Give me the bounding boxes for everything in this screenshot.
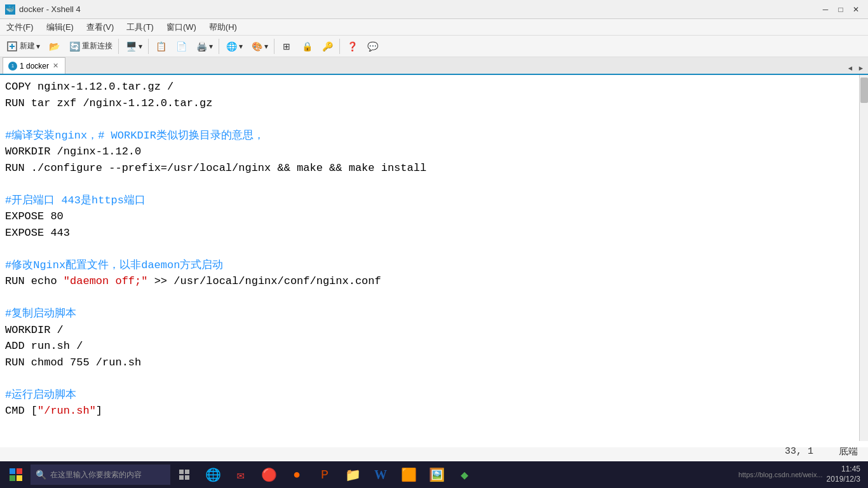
lock-icon: 🔒 [301,40,313,53]
paste-icon: 📄 [175,40,187,53]
tab-nav-left[interactable]: ◄ [846,64,855,74]
new-button[interactable]: 新建 ▾ [3,37,43,55]
line-21: CMD ["/run.sh"] [5,403,857,419]
line-17-text: ADD run.sh / [5,340,83,352]
svg-rect-5 [179,475,184,480]
terminal-content[interactable]: COPY nginx-1.12.0.tar.gz / RUN tar zxf /… [0,75,868,447]
taskbar-search-box[interactable]: 🔍 在这里输入你要搜索的内容 [31,464,170,485]
tab-docker-label: 1 docker [20,62,49,71]
maximize-button[interactable]: □ [834,3,848,17]
info-button[interactable]: 💬 [363,37,382,55]
help-button[interactable]: ❓ [342,37,362,55]
search-icon: 🔍 [36,470,46,480]
line-13-rest: >> /usr/local/nginx/conf/nginx.conf [147,275,381,287]
line-9-text: EXPOSE 80 [5,210,64,222]
taskbar-powerpoint-icon[interactable]: P [311,461,338,488]
print-dropdown[interactable]: ▾ [209,42,213,51]
globe-button[interactable]: 🌐 ▾ [222,37,246,55]
monitor-dropdown[interactable]: ▾ [139,42,142,51]
taskbar-word-icon[interactable]: W [367,461,394,488]
taskbar-time-display: 11:45 [827,464,860,475]
scrollbar-thumb[interactable] [860,78,868,103]
separator-5 [339,39,340,54]
taskbar-app1-icon[interactable]: 🔴 [255,461,282,488]
grid-button[interactable]: ⊞ [277,37,296,55]
toolbar: 新建 ▾ 📂 🔄 重新连接 🖥️ ▾ 📋 📄 🖨️ ▾ 🌐 ▾ 🎨 ▾ ⊞ 🔒 … [0,36,868,57]
globe-dropdown[interactable]: ▾ [239,42,243,51]
windows-icon [10,468,22,481]
line-16-text: WORKDIR / [5,324,64,336]
cursor-position: 33, 1 [785,446,813,457]
svg-rect-6 [185,475,189,480]
menu-edit[interactable]: 编辑(E) [40,19,80,35]
line-12-text: #修改Nginx配置文件，以非daemon方式启动 [5,259,223,271]
line-10: EXPOSE 443 [5,225,857,241]
menu-window[interactable]: 窗口(W) [160,19,203,35]
lock-button[interactable]: 🔒 [297,37,316,55]
print-button[interactable]: 🖨️ ▾ [192,37,216,55]
start-button[interactable] [3,461,29,488]
taskbar-date-display: 2019/12/3 [827,475,860,485]
taskbar-task-view[interactable] [172,461,198,488]
line-8: #开启端口 443是https端口 [5,193,857,209]
line-7-empty [5,176,857,193]
taskbar-url: https://blog.csdn.net/weix... [738,471,823,478]
line-6: RUN ./configure --prefix=/usr/local/ngin… [5,160,857,177]
taskbar-browser-icon[interactable]: 🌐 [200,461,226,488]
line-14-empty [5,290,857,306]
app-icon: 🐳 [5,4,15,15]
taskbar-datetime: 11:45 2019/12/3 [827,464,860,484]
print-icon: 🖨️ [195,40,208,53]
taskbar-mail-icon[interactable]: ✉ [227,461,254,488]
color-button[interactable]: 🎨 ▾ [247,37,271,55]
taskbar-folder-icon[interactable]: 📁 [339,461,366,488]
new-label: 新建 [20,41,35,51]
tab-close-button[interactable]: ✕ [51,62,60,70]
copy-icon: 📋 [154,40,167,53]
menu-help[interactable]: 帮助(H) [203,19,243,35]
new-icon [6,40,18,53]
separator-3 [219,39,219,54]
menu-bar: 文件(F) 编辑(E) 查看(V) 工具(T) 窗口(W) 帮助(H) [0,19,868,36]
svg-rect-3 [179,470,184,474]
line-13-run: RUN echo [5,275,64,287]
close-button[interactable]: ✕ [849,3,863,17]
grid-icon: ⊞ [280,40,293,53]
taskbar-photos-icon[interactable]: 🖼️ [423,461,450,488]
title-bar-left: 🐳 docker - Xshell 4 [5,4,81,15]
tab-docker[interactable]: 1 1 docker ✕ [3,57,65,74]
menu-view[interactable]: 查看(V) [80,19,120,35]
line-12: #修改Nginx配置文件，以非daemon方式启动 [5,257,857,274]
taskbar-app4-icon[interactable]: ◆ [451,461,478,488]
taskbar-app2-icon[interactable]: ● [283,461,310,488]
reconnect-button[interactable]: 🔄 重新连接 [65,37,116,55]
window-title: docker - Xshell 4 [19,4,81,14]
menu-file[interactable]: 文件(F) [0,19,40,35]
line-18: RUN chmod 755 /run.sh [5,355,857,371]
reconnect-icon: 🔄 [68,40,81,53]
copy-button[interactable]: 📋 [151,37,170,55]
line-3-empty [5,111,857,128]
taskbar-app3-icon[interactable]: 🟧 [395,461,422,488]
key-button[interactable]: 🔑 [318,37,337,55]
new-dropdown-icon[interactable]: ▾ [36,42,40,51]
line-16: WORKDIR / [5,322,857,339]
line-20-text: #运行启动脚本 [5,389,76,401]
tab-navigation: ◄ ► [846,64,868,74]
taskbar-search-label: 在这里输入你要搜索的内容 [50,470,142,480]
color-dropdown[interactable]: ▾ [264,42,268,51]
menu-tools[interactable]: 工具(T) [120,19,160,35]
svg-rect-4 [185,470,189,474]
taskbar: 🔍 在这里输入你要搜索的内容 🌐 ✉ 🔴 ● P 📁 W 🟧 🖼️ ◆ http… [0,461,868,488]
content-wrapper: COPY nginx-1.12.0.tar.gz / RUN tar zxf /… [0,75,868,441]
line-8-text: #开启端口 443是https端口 [5,194,146,207]
line-2: RUN tar zxf /nginx-1.12.0.tar.gz [5,95,857,112]
tab-nav-right[interactable]: ► [856,64,865,74]
reconnect-label: 重新连接 [82,41,112,51]
minimize-button[interactable]: ─ [818,3,832,17]
monitor-button[interactable]: 🖥️ ▾ [121,37,146,55]
title-bar: 🐳 docker - Xshell 4 ─ □ ✕ [0,0,868,19]
folder-button[interactable]: 📂 [44,37,64,55]
paste-button[interactable]: 📄 [172,37,191,55]
scrollbar[interactable] [859,75,868,441]
